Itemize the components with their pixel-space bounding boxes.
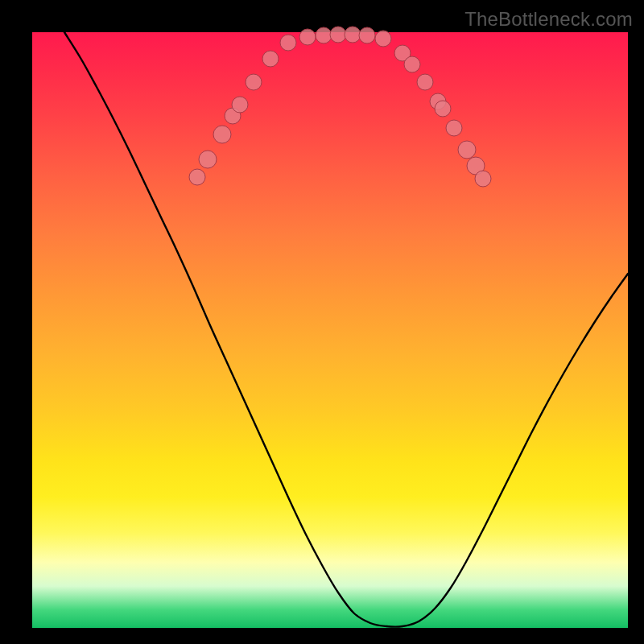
data-marker [262, 51, 279, 67]
data-marker [435, 101, 451, 117]
data-marker [330, 27, 346, 43]
chart-plot-area [32, 32, 628, 628]
data-marker [417, 74, 433, 90]
data-marker [446, 120, 462, 136]
data-marker [345, 27, 361, 43]
data-marker [404, 56, 420, 72]
data-marker [316, 27, 332, 43]
bottleneck-curve [64, 32, 628, 627]
chart-svg [32, 32, 628, 628]
data-markers [189, 27, 491, 187]
data-marker [359, 27, 375, 43]
data-marker [246, 74, 262, 90]
data-marker [475, 171, 491, 187]
data-marker [213, 126, 231, 143]
watermark-text: TheBottleneck.com [464, 8, 633, 31]
data-marker [189, 169, 205, 185]
chart-frame: TheBottleneck.com [0, 0, 644, 644]
data-marker [299, 29, 316, 45]
data-marker [375, 31, 391, 47]
data-marker [232, 97, 248, 113]
data-marker [458, 141, 476, 159]
data-marker [280, 35, 296, 51]
data-marker [199, 151, 217, 168]
